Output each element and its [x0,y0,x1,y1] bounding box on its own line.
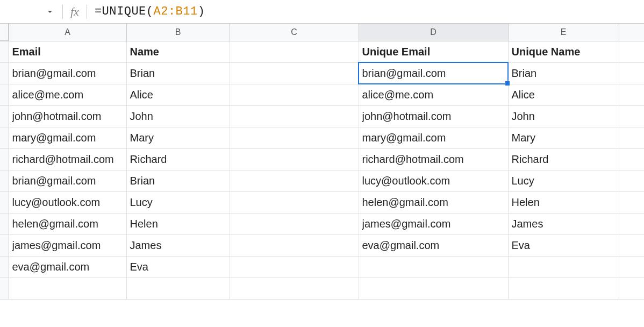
cell[interactable] [230,105,359,127]
cell[interactable] [230,234,359,256]
cell[interactable]: eva@gmail.com [359,234,508,256]
row-header[interactable] [0,170,9,191]
cell[interactable]: james@gmail.com [9,234,126,256]
cell[interactable] [230,278,359,299]
row-header[interactable] [0,191,9,213]
cell[interactable] [230,84,359,105]
cell[interactable]: Brian [508,62,619,84]
row-header[interactable] [0,105,9,127]
row-header[interactable] [0,148,9,170]
col-header-C[interactable]: C [230,24,359,41]
cell[interactable]: John [508,105,619,127]
cell[interactable]: mary@gmail.com [9,127,126,148]
cell[interactable]: Brian [126,170,230,191]
cell[interactable]: richard@hotmail.com [9,148,126,170]
cell[interactable]: Helen [126,213,230,234]
row-header[interactable] [0,234,9,256]
cell[interactable] [619,256,644,278]
col-header-F[interactable] [619,24,644,41]
table-row: Email Name Unique Email Unique Name [0,41,644,62]
select-all-corner[interactable] [0,24,9,41]
cell[interactable] [508,278,619,299]
cell[interactable]: lucy@outlook.com [9,191,126,213]
col-header-E[interactable]: E [508,24,619,41]
cell[interactable]: Brian [126,62,230,84]
cell[interactable]: Unique Email [359,41,508,62]
cell[interactable]: Name [126,41,230,62]
divider [87,5,87,19]
cell[interactable]: Richard [508,148,619,170]
cell[interactable]: Mary [508,127,619,148]
cell-selected[interactable]: brian@gmail.com [359,62,508,84]
row-header[interactable] [0,84,9,105]
cell[interactable]: James [508,213,619,234]
cell[interactable]: John [126,105,230,127]
cell[interactable] [230,213,359,234]
cell[interactable]: Alice [126,84,230,105]
cell[interactable]: Mary [126,127,230,148]
cell[interactable]: helen@gmail.com [9,213,126,234]
cell[interactable] [9,278,126,299]
row-header[interactable] [0,41,9,62]
table-row: eva@gmail.com Eva [0,256,644,278]
row-header[interactable] [0,278,9,299]
cell[interactable] [230,191,359,213]
col-header-B[interactable]: B [126,24,230,41]
cell[interactable]: Alice [508,84,619,105]
cell[interactable] [619,191,644,213]
col-header-D[interactable]: D [359,24,508,41]
cell[interactable] [230,41,359,62]
cell[interactable] [619,234,644,256]
cell[interactable]: john@hotmail.com [359,105,508,127]
cell[interactable] [230,170,359,191]
row-header[interactable] [0,62,9,84]
cell[interactable] [619,213,644,234]
cell[interactable]: brian@gmail.com [9,62,126,84]
cell[interactable] [230,256,359,278]
cell[interactable]: helen@gmail.com [359,191,508,213]
cell[interactable]: Unique Name [508,41,619,62]
cell[interactable]: eva@gmail.com [9,256,126,278]
cell[interactable] [126,278,230,299]
cell[interactable]: Email [9,41,126,62]
row-header[interactable] [0,256,9,278]
cell[interactable] [619,41,644,62]
cell[interactable] [619,84,644,105]
cell[interactable]: Helen [508,191,619,213]
fx-label: fx [67,5,87,19]
cell[interactable] [619,148,644,170]
cell[interactable] [359,278,508,299]
cell[interactable] [230,62,359,84]
divider [62,5,63,19]
cell[interactable]: Lucy [126,191,230,213]
dropdown-icon [47,9,53,15]
cell[interactable]: alice@me.com [9,84,126,105]
cell[interactable]: brian@gmail.com [9,170,126,191]
cell[interactable] [619,105,644,127]
cell[interactable]: alice@me.com [359,84,508,105]
cell[interactable]: Richard [126,148,230,170]
cell[interactable]: Eva [508,234,619,256]
cell[interactable]: james@gmail.com [359,213,508,234]
cell[interactable]: Lucy [508,170,619,191]
cell[interactable]: lucy@outlook.com [359,170,508,191]
col-header-A[interactable]: A [9,24,126,41]
cell[interactable] [359,256,508,278]
cell[interactable] [619,170,644,191]
cell[interactable]: James [126,234,230,256]
cell[interactable] [230,127,359,148]
cell[interactable]: john@hotmail.com [9,105,126,127]
cell[interactable] [508,256,619,278]
cell[interactable] [619,62,644,84]
cell[interactable]: mary@gmail.com [359,127,508,148]
cell[interactable]: richard@hotmail.com [359,148,508,170]
row-header[interactable] [0,127,9,148]
formula-input[interactable]: =UNIQUE(A2:B11) [95,5,640,18]
name-box[interactable] [4,4,58,20]
cell[interactable]: Eva [126,256,230,278]
cell[interactable] [619,278,644,299]
cell[interactable] [230,148,359,170]
table-row: richard@hotmail.com Richard richard@hotm… [0,148,644,170]
cell[interactable] [619,127,644,148]
row-header[interactable] [0,213,9,234]
